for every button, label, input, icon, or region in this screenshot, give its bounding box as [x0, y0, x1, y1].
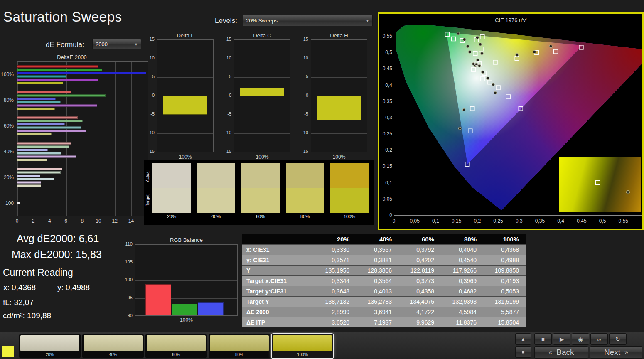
next-button[interactable]: Next » — [590, 346, 642, 359]
de-bar — [17, 101, 61, 103]
y-tick-label: 0,15 — [379, 163, 392, 169]
thumbnail-patch — [273, 335, 332, 351]
continuous-button[interactable]: ∞ — [590, 333, 608, 345]
table-cell: 0,4013 — [356, 286, 398, 296]
levels-dropdown[interactable]: 20% Sweeps ▼ — [243, 15, 373, 26]
table-cell: 0,3792 — [398, 244, 441, 255]
y-tick-label: 0,05 — [379, 196, 392, 202]
de-bar — [17, 72, 146, 74]
table-cell: 3,6941 — [356, 307, 398, 317]
de-bar — [17, 130, 86, 132]
zero-line — [234, 96, 290, 96]
table-cell: 0,4193 — [483, 275, 526, 286]
table-cell: 117,9266 — [441, 265, 483, 275]
y-tick-label: 60% — [3, 113, 15, 139]
table-cell: 0,3330 — [314, 244, 356, 255]
chart-title: RGB Balance — [135, 237, 238, 243]
chart-title: Delta C — [234, 32, 290, 39]
swatch-level-label: 60% — [241, 213, 280, 220]
stop-button[interactable]: ■ — [534, 333, 552, 345]
y-tick-label: 0 — [306, 93, 308, 98]
de-formula-dropdown[interactable]: 2000 ▼ — [92, 39, 141, 49]
swatch-compare-panel: Actual Target 20%40%60%80%100% — [144, 160, 374, 225]
de-bar — [17, 145, 69, 148]
column-header: 80% — [441, 234, 483, 244]
x-tick-label: 0,3 — [516, 218, 523, 224]
table-cell: 0,3571 — [314, 255, 356, 265]
y-axis-labels: 151050-5-10-15 — [223, 39, 233, 152]
y-tick-label: -10 — [302, 130, 308, 135]
table-cell: 2,8999 — [314, 307, 356, 317]
table-cell: 0,3969 — [441, 275, 483, 286]
rgb-bars — [145, 284, 224, 315]
current-patch-preview — [2, 346, 14, 357]
levels-value: 20% Sweeps — [246, 17, 278, 24]
collapse-button[interactable]: ▲ — [515, 333, 531, 345]
sweep-thumbnail[interactable]: 40% — [82, 334, 144, 358]
row-label: x: CIE31 — [242, 244, 314, 255]
play-button[interactable]: ▶ — [553, 333, 570, 345]
y-tick-label: 15 — [226, 37, 231, 42]
inset-measured-dot — [626, 190, 630, 194]
row-label: Target Y — [242, 296, 314, 307]
actual-swatch — [241, 163, 280, 188]
measured-point — [481, 71, 484, 74]
de-bar — [17, 91, 71, 93]
y-tick-label: 0 — [229, 93, 231, 98]
reading-cdm2: cd/m²: 109,88 — [3, 311, 51, 320]
table-cell: 0,3881 — [356, 255, 398, 265]
y-tick-label: 40% — [3, 139, 15, 165]
de-bar — [17, 149, 48, 151]
y-tick-label: 0,45 — [379, 66, 392, 71]
column-header: 100% — [483, 234, 526, 244]
sweep-thumbnail[interactable]: 100% — [272, 334, 333, 358]
de-bar — [17, 171, 61, 174]
y-tick-label: 20% — [3, 165, 15, 190]
y-tick-label: 90 — [128, 313, 133, 318]
de-bar — [17, 82, 63, 84]
x-axis-label: 100% — [234, 154, 290, 160]
loop-button[interactable]: ↻ — [609, 333, 627, 345]
y-tick-label: -15 — [302, 149, 308, 154]
thumbnail-label: 80% — [210, 351, 269, 358]
y-tick-label: -15 — [148, 149, 155, 154]
y-axis-labels: 151050-5-10-15 — [300, 39, 310, 152]
swatch-column: 40% — [197, 163, 235, 220]
bar-group — [17, 62, 148, 88]
row-label: y: CIE31 — [242, 255, 314, 265]
sweep-thumbnail[interactable]: 80% — [209, 334, 270, 358]
table-cell: 128,3806 — [356, 265, 398, 275]
thumbnail-patch — [147, 335, 206, 351]
x-tick-label: 0 — [393, 218, 396, 224]
de-bar — [17, 168, 62, 170]
delta-bar — [317, 96, 361, 120]
y-tick-label: 105 — [125, 259, 133, 264]
y-tick-label: 0,25 — [379, 131, 392, 137]
back-button[interactable]: « Back — [534, 346, 588, 359]
results-grid: 20%40%60%80%100%x: CIE310,33300,35570,37… — [242, 234, 526, 327]
column-header: 40% — [356, 234, 398, 244]
measured-point — [466, 45, 469, 48]
x-tick-label: 0 — [16, 218, 19, 224]
measured-point — [468, 50, 471, 53]
chevron-right-icon: » — [624, 349, 628, 356]
de-bar — [17, 94, 106, 97]
sweep-thumbnail[interactable]: 20% — [19, 334, 81, 358]
y-tick-label: 5 — [306, 74, 308, 79]
x-tick-label: 0,25 — [493, 218, 503, 224]
swatch-column: 20% — [152, 163, 191, 220]
deltae-ylabels: 100%80%60%40%20%100 — [3, 61, 15, 216]
aperture-button[interactable]: ◉ — [572, 333, 589, 345]
table-cell: 0,4202 — [398, 255, 441, 265]
de-bar — [17, 202, 20, 204]
delta-h-chart: Delta H 151050-5-10-15 100% — [300, 32, 368, 160]
table-cell: 5,5877 — [483, 307, 526, 317]
actual-row-label: Actual — [145, 165, 150, 188]
de-bar — [17, 133, 52, 135]
x-tick-label: 0,55 — [619, 218, 628, 224]
de-bar — [17, 108, 55, 110]
patch-window-button[interactable]: ■ — [515, 346, 531, 358]
sweep-thumbnail[interactable]: 60% — [145, 334, 207, 358]
y-tick-label: 5 — [152, 74, 155, 79]
reading-fl: fL: 32,07 — [3, 298, 34, 307]
